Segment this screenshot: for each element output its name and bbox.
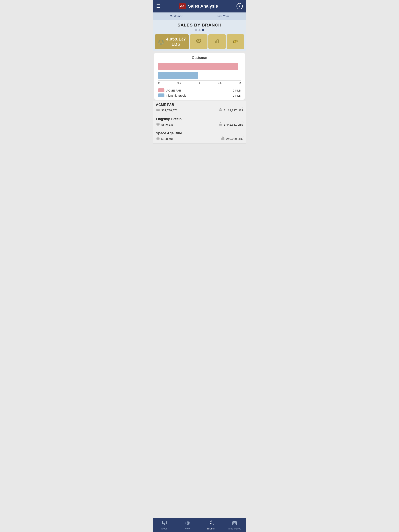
spaceage-weight: 240,029 LBS <box>221 136 243 141</box>
svg-rect-21 <box>219 124 222 125</box>
legend-row-flagship: Flagship Steels 1 KLB <box>158 94 241 97</box>
svg-text:$: $ <box>158 109 158 110</box>
chart-axis: 0 0.5 1 1.5 2 <box>158 80 241 84</box>
acme-money: $ $39,738,872 <box>156 108 178 112</box>
acme-money-value: $39,738,872 <box>161 109 178 112</box>
flagship-weight-icon <box>219 122 223 127</box>
swatch-acme <box>158 89 164 92</box>
legend-label-flagship: Flagship Steels <box>166 94 187 97</box>
chart-bar-row-2 <box>158 71 241 79</box>
nav-mode[interactable]: Mode <box>153 518 176 532</box>
growth-metric-button[interactable] <box>208 34 226 49</box>
flagship-weight-value: 1,442,581 LBS <box>224 123 243 126</box>
svg-rect-43 <box>233 521 237 525</box>
acme-chevron: › <box>242 106 244 110</box>
dot-3[interactable] <box>202 29 204 31</box>
spaceage-money-value: $128,506 <box>161 137 174 140</box>
acme-money-icon: $ <box>156 108 160 112</box>
dot-1[interactable] <box>195 29 197 31</box>
app-header: ☰ GG Sales Analysis i <box>153 0 246 13</box>
svg-rect-48 <box>235 523 236 524</box>
view-label: View <box>185 527 191 530</box>
acme-weight-icon <box>219 108 223 113</box>
legend-label-acme: ACME FAB <box>166 89 181 92</box>
coins-icon <box>233 38 238 45</box>
spaceage-chevron: › <box>242 134 244 139</box>
customer-item-acme[interactable]: ACME FAB $ $39,738,872 <box>153 101 246 115</box>
coins-metric-button[interactable] <box>227 34 244 49</box>
weight-value: 4,059,137 LBS <box>166 37 186 47</box>
nav-time-period[interactable]: Time Period <box>223 518 246 532</box>
svg-line-42 <box>211 523 213 524</box>
svg-rect-22 <box>220 122 221 123</box>
chart-card: Customer 0 0.5 1 1.5 2 ACME FAB 2 KLB <box>154 53 245 100</box>
customer-metrics-spaceage: $ $128,506 240,029 LBS <box>156 136 243 141</box>
sub-header-last-year[interactable]: Last Year <box>200 13 246 20</box>
axis-label-15: 1.5 <box>218 81 221 84</box>
growth-icon <box>214 38 220 45</box>
flagship-money-value: $846,636 <box>161 123 174 126</box>
customer-item-spaceage[interactable]: Space Age Bike $ $128,506 <box>153 129 246 144</box>
svg-text:$: $ <box>158 123 158 124</box>
customer-item-flagship[interactable]: Flagship Steels $ $846,636 <box>153 115 246 129</box>
menu-button[interactable]: ☰ <box>156 4 160 8</box>
money-icon: $ <box>196 38 201 45</box>
svg-rect-29 <box>162 521 166 524</box>
svg-point-10 <box>235 40 238 42</box>
spaceage-money: $ $128,506 <box>156 137 174 141</box>
money-metric-button[interactable]: $ <box>190 34 207 49</box>
axis-label-05: 0.5 <box>178 81 181 84</box>
info-button[interactable]: i <box>237 3 243 9</box>
chart-title: Customer <box>157 56 242 60</box>
svg-point-37 <box>211 521 212 522</box>
bar-acme-fab <box>158 63 238 70</box>
sub-header: Customer Last Year <box>153 13 246 20</box>
swatch-flagship <box>158 94 164 97</box>
chart-bar-row-1 <box>158 63 241 70</box>
weight-metric-button[interactable]: ⚖️ 4,059,137 LBS <box>155 34 189 49</box>
legend-value-flagship: 1 KLB <box>233 94 241 97</box>
svg-rect-47 <box>233 523 234 524</box>
legend-row-acme: ACME FAB 2 KLB <box>158 89 241 92</box>
customer-metrics-flagship: $ $846,636 1,442,581 LBS <box>156 122 243 127</box>
svg-rect-28 <box>223 137 224 137</box>
spaceage-weight-value: 240,029 LBS <box>226 137 243 140</box>
app-logo: GG <box>179 3 186 9</box>
time-period-label: Time Period <box>228 527 241 530</box>
legend-left-acme: ACME FAB <box>158 89 181 92</box>
flagship-chevron: › <box>242 120 244 124</box>
chart-legend: ACME FAB 2 KLB Flagship Steels 1 KLB <box>157 87 242 97</box>
page-title-area: Sales by Branch <box>153 20 246 34</box>
svg-point-38 <box>209 524 210 525</box>
branch-icon <box>208 520 214 526</box>
app-title: Sales Analysis <box>188 4 218 9</box>
axis-label-0: 0 <box>158 81 160 84</box>
mode-label: Mode <box>161 527 167 530</box>
legend-value-acme: 2 KLB <box>233 89 241 92</box>
chart-bars <box>158 63 241 79</box>
svg-rect-27 <box>221 138 225 140</box>
view-icon <box>185 520 191 526</box>
svg-rect-33 <box>164 524 165 525</box>
customer-metrics-acme: $ $39,738,872 2,119,897 LBS <box>156 108 243 113</box>
dot-2[interactable] <box>199 29 200 31</box>
svg-rect-16 <box>220 108 221 109</box>
customer-name-spaceage: Space Age Bike <box>156 131 243 135</box>
spaceage-money-icon: $ <box>156 137 160 141</box>
svg-rect-3 <box>215 41 216 43</box>
flagship-weight: 1,442,581 LBS <box>219 122 243 127</box>
time-period-icon <box>232 520 237 526</box>
axis-label-1: 1 <box>199 81 200 84</box>
sub-header-customer[interactable]: Customer <box>153 13 200 20</box>
spaceage-weight-icon <box>221 136 225 141</box>
acme-weight: 2,119,897 LBS <box>219 108 243 113</box>
svg-point-36 <box>188 523 188 523</box>
svg-text:$: $ <box>198 40 199 42</box>
bar-flagship <box>158 72 198 79</box>
nav-branch[interactable]: Branch <box>200 518 223 532</box>
svg-rect-4 <box>216 41 217 43</box>
pagination-dots <box>153 28 246 33</box>
nav-view[interactable]: View <box>176 518 200 532</box>
chart-area: 0 0.5 1 1.5 2 <box>157 63 242 84</box>
mode-icon <box>162 520 167 526</box>
